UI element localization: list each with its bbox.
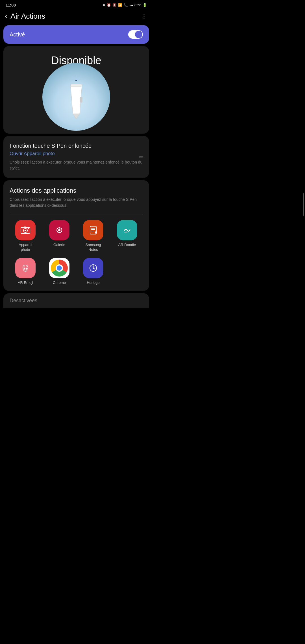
status-card: Disponible 100 % 🔋 [3, 46, 149, 134]
svg-point-28 [23, 265, 28, 270]
actions-section: Actions des applications Choisissez l'ac… [3, 180, 149, 291]
header: ‹ Air Actions ⋮ [0, 9, 152, 25]
chrome-icon-graphic [51, 260, 68, 277]
app-item-ardoodle[interactable]: AR Doodle [111, 220, 143, 252]
header-left: ‹ Air Actions [5, 12, 45, 21]
page-title: Air Actions [10, 12, 45, 21]
notes-app-icon [83, 220, 103, 240]
svg-point-20 [57, 231, 58, 232]
horloge-app-icon [83, 258, 103, 278]
gallery-app-icon [49, 220, 69, 240]
app-item-camera[interactable]: Appareilphoto [10, 220, 41, 252]
svg-point-22 [58, 229, 60, 231]
fonction-title: Fonction touche S Pen enfoncée [10, 143, 143, 149]
status-icons: ✕ ⏰ 🔇 📶 📞 ▪▪▪ 82% 🔋 [103, 3, 147, 7]
app-item-empty [111, 258, 143, 285]
aremoji-app-label: AR Emoji [18, 280, 33, 285]
active-toggle[interactable] [128, 30, 143, 39]
app-item-notes[interactable]: SamsungNotes [77, 220, 109, 252]
signal-bars-icon: ▪▪▪ [129, 3, 133, 7]
svg-line-6 [76, 77, 80, 80]
gallery-icon-svg [54, 225, 64, 235]
toggle-card[interactable]: Activé [3, 25, 149, 44]
desactivees-section[interactable]: Désactivées [3, 293, 149, 308]
gallery-app-label: Galerie [53, 243, 65, 247]
alarm-icon: ⏰ [107, 3, 111, 7]
status-bar: 11:08 ✕ ⏰ 🔇 📶 📞 ▪▪▪ 82% 🔋 [0, 0, 152, 9]
camera-app-icon [15, 220, 36, 240]
svg-point-30 [26, 266, 27, 267]
ardoodle-app-label: AR Doodle [118, 243, 136, 247]
chrome-app-icon [49, 258, 69, 278]
notes-icon-svg [88, 225, 98, 235]
status-time: 11:08 [6, 3, 16, 7]
horloge-icon-svg [88, 263, 98, 273]
mute-icon: 🔇 [112, 3, 117, 7]
battery-icon: 🔋 [143, 3, 147, 7]
app-grid-row2: AR Emoji Chrome Horloge [10, 258, 143, 285]
pen-circle [42, 63, 110, 131]
edit-icon[interactable]: ✏ [139, 154, 143, 160]
aremoji-app-icon [15, 258, 36, 278]
fonction-subtitle[interactable]: Ouvrir Appareil photo [10, 151, 143, 156]
svg-point-18 [61, 231, 62, 232]
notes-app-label: SamsungNotes [86, 243, 101, 252]
ardoodle-icon-svg [122, 225, 132, 235]
fonction-desc: Choisissez l'action à exécuter lorsque v… [10, 159, 143, 171]
svg-point-32 [93, 267, 94, 268]
chrome-inner-circle [56, 264, 63, 272]
svg-rect-13 [24, 227, 26, 228]
svg-point-16 [59, 227, 60, 229]
svg-line-8 [76, 79, 83, 80]
svg-line-7 [69, 79, 76, 80]
svg-point-21 [57, 228, 58, 229]
horloge-app-label: Horloge [87, 280, 100, 285]
section-divider [10, 214, 143, 214]
aremoji-icon-svg [20, 263, 30, 273]
ardoodle-app-icon [117, 220, 137, 240]
signal-slash-icon: ✕ [103, 3, 105, 7]
svg-line-5 [72, 77, 76, 80]
svg-point-14 [28, 228, 29, 229]
wifi-icon: 📶 [118, 3, 122, 7]
fonction-card[interactable]: Fonction touche S Pen enfoncée Ouvrir Ap… [3, 136, 149, 178]
svg-rect-3 [80, 97, 82, 103]
svg-point-29 [24, 266, 25, 267]
svg-marker-27 [95, 231, 97, 234]
app-item-chrome[interactable]: Chrome [43, 258, 75, 285]
back-button[interactable]: ‹ [5, 13, 7, 20]
desactivees-label: Désactivées [10, 298, 37, 303]
more-options-button[interactable]: ⋮ [141, 13, 147, 20]
svg-point-17 [61, 228, 62, 229]
battery-percentage: 82% [134, 3, 141, 7]
app-item-horloge[interactable]: Horloge [77, 258, 109, 285]
app-item-aremoji[interactable]: AR Emoji [10, 258, 41, 285]
pen-illustration [9, 80, 143, 131]
app-item-gallery[interactable]: Galerie [43, 220, 75, 252]
pen-svg [59, 74, 93, 119]
camera-icon-svg [20, 225, 30, 235]
svg-rect-2 [71, 84, 82, 86]
call-icon: 📞 [124, 3, 128, 7]
svg-marker-1 [73, 114, 80, 119]
toggle-label: Activé [10, 31, 25, 38]
svg-point-19 [59, 232, 60, 233]
svg-point-12 [25, 230, 26, 231]
camera-app-label: Appareilphoto [19, 243, 32, 252]
chrome-app-label: Chrome [53, 280, 66, 285]
actions-title: Actions des applications [10, 187, 143, 194]
app-grid-row1: Appareilphoto Galerie [10, 220, 143, 252]
actions-desc: Choisissez l'action à exécuter lorsque v… [10, 197, 143, 208]
svg-point-9 [75, 80, 77, 81]
